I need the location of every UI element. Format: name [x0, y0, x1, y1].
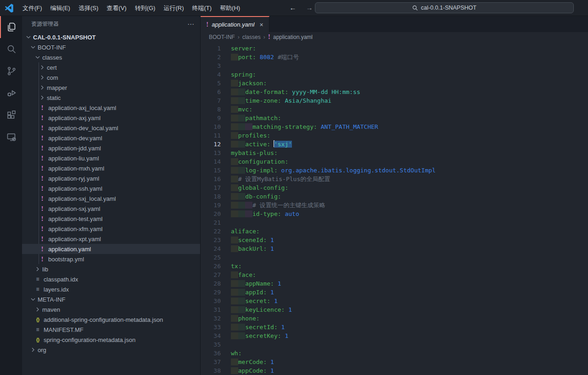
code-line[interactable]: 23 sceneId: 1 [201, 236, 588, 244]
tree-folder-mapper[interactable]: mapper [22, 83, 200, 93]
code-line[interactable]: 13mybatis-plus: [201, 149, 588, 157]
code-line[interactable]: 38 appCode: 1 [201, 366, 588, 375]
tree-folder-cert[interactable]: cert [22, 62, 200, 72]
tree-folder-lib[interactable]: lib [22, 264, 200, 274]
code-line[interactable]: 14 configuration: [201, 157, 588, 166]
tree-file-application.yaml[interactable]: !application.yaml [22, 244, 200, 254]
nav-forward-button[interactable]: → [304, 0, 315, 15]
menu-item[interactable]: 帮助(H) [216, 0, 244, 16]
chevron-down-icon[interactable] [34, 54, 41, 61]
nav-back-button[interactable]: ← [287, 0, 298, 15]
chevron-down-icon[interactable] [25, 33, 32, 41]
ellipsis-icon[interactable]: ⋯ [187, 20, 195, 28]
code-editor[interactable]: 1server:2 port: 8082 #端口号34spring:5 jack… [201, 42, 588, 375]
code-line[interactable]: 17 global-config: [201, 183, 588, 192]
tree-file-application-ssh.yaml[interactable]: !application-ssh.yaml [22, 183, 200, 193]
tree-file-bootstrap.yml[interactable]: !bootstrap.yml [22, 254, 200, 264]
code-line[interactable]: 28 appName: 1 [201, 279, 588, 288]
close-icon[interactable]: × [260, 21, 263, 28]
code-line[interactable]: 27 face: [201, 270, 588, 279]
tree-folder-classes[interactable]: classes [22, 52, 200, 62]
explorer-icon[interactable] [0, 16, 22, 38]
chevron-right-icon[interactable] [29, 346, 37, 353]
code-line[interactable]: 16 # 设置MyBatis-Plus的全局配置 [201, 175, 588, 183]
code-line[interactable]: 22aliface: [201, 227, 588, 236]
code-line[interactable]: 8 mvc: [201, 105, 588, 114]
menu-item[interactable]: 选择(S) [74, 0, 102, 16]
menu-item[interactable]: 查看(V) [102, 0, 130, 16]
code-line[interactable]: 34 secretKey: 1 [201, 331, 588, 340]
chevron-down-icon[interactable] [29, 44, 37, 51]
tree-folder-static[interactable]: static [22, 93, 200, 103]
chevron-right-icon[interactable] [34, 265, 41, 273]
code-line[interactable]: 9 pathmatch: [201, 114, 588, 122]
breadcrumb-item[interactable]: BOOT-INF [209, 34, 235, 40]
chevron-right-icon[interactable] [39, 94, 46, 101]
tree-folder-maven[interactable]: maven [22, 304, 200, 314]
code-line[interactable]: 25 [201, 253, 588, 262]
tree-file-application-mxh.yaml[interactable]: !application-mxh.yaml [22, 163, 200, 173]
code-line[interactable]: 10 matching-strategy: ANT_PATH_MATCHER [201, 122, 588, 131]
code-line[interactable]: 30 secret: 1 [201, 297, 588, 305]
remote-explorer-icon[interactable] [0, 126, 22, 148]
code-line[interactable]: 12 active: 'sxj' [201, 140, 588, 149]
code-line[interactable]: 11 profiles: [201, 131, 588, 140]
code-line[interactable]: 31 keyLicence: 1 [201, 305, 588, 314]
search-icon[interactable] [0, 38, 22, 60]
tree-folder-meta-inf[interactable]: META-INF [22, 294, 200, 304]
code-line[interactable]: 15 log-impl: org.apache.ibatis.logging.s… [201, 166, 588, 175]
tree-file-application-sxj_local.yaml[interactable]: !application-sxj_local.yaml [22, 193, 200, 204]
extensions-icon[interactable] [0, 104, 22, 126]
tree-folder-cal-0.0.1-snapshot[interactable]: CAL-0.0.1-SNAPSHOT [22, 32, 200, 42]
code-line[interactable]: 24 backUrl: 1 [201, 244, 588, 253]
tree-folder-boot-inf[interactable]: BOOT-INF [22, 42, 200, 52]
code-line[interactable]: 7 time-zone: Asia/Shanghai [201, 96, 588, 105]
chevron-right-icon[interactable] [39, 84, 46, 91]
code-line[interactable]: 29 appId: 1 [201, 288, 588, 297]
code-line[interactable]: 21 [201, 218, 588, 227]
breadcrumb-item[interactable]: application.yaml [273, 34, 313, 40]
source-control-icon[interactable] [0, 60, 22, 82]
chevron-right-icon[interactable] [39, 74, 46, 81]
command-center-search[interactable]: cal-0.0.1-SNAPSHOT [315, 2, 574, 13]
tree-file-application-ryj.yaml[interactable]: !application-ryj.yaml [22, 173, 200, 183]
code-line[interactable]: 20 id-type: auto [201, 210, 588, 218]
code-line[interactable]: 4spring: [201, 70, 588, 79]
code-line[interactable]: 1server: [201, 44, 588, 53]
tree-folder-org[interactable]: org [22, 345, 200, 355]
code-line[interactable]: 36wh: [201, 349, 588, 358]
tree-file-classpath.idx[interactable]: ≡classpath.idx [22, 274, 200, 284]
tree-file-additional-spring-configuration-metadata.json[interactable]: {}additional-spring-configuration-metada… [22, 314, 200, 325]
tree-file-application-liu.yaml[interactable]: !application-liu.yaml [22, 153, 200, 163]
tree-file-application-xfm.yaml[interactable]: !application-xfm.yaml [22, 224, 200, 234]
code-line[interactable]: 33 secretId: 1 [201, 323, 588, 331]
tree-file-manifest.mf[interactable]: ≡MANIFEST.MF [22, 325, 200, 335]
code-line[interactable]: 35 [201, 340, 588, 349]
tree-file-application-axj_local.yaml[interactable]: !application-axj_local.yaml [22, 103, 200, 113]
tree-folder-com[interactable]: com [22, 72, 200, 83]
code-line[interactable]: 3 [201, 61, 588, 70]
tree-file-spring-configuration-metadata.json[interactable]: {}spring-configuration-metadata.json [22, 335, 200, 345]
menu-item[interactable]: 转到(G) [131, 0, 160, 16]
tree-file-application-dev.yaml[interactable]: !application-dev.yaml [22, 133, 200, 143]
tree-file-application-sxj.yaml[interactable]: !application-sxj.yaml [22, 204, 200, 214]
chevron-down-icon[interactable] [29, 296, 37, 303]
run-and-debug-icon[interactable] [0, 82, 22, 104]
chevron-right-icon[interactable] [39, 64, 46, 71]
breadcrumb-item[interactable]: classes [242, 34, 261, 40]
code-line[interactable]: 32 phone: [201, 314, 588, 323]
menu-item[interactable]: 文件(F) [18, 0, 46, 16]
code-line[interactable]: 5 jackson: [201, 79, 588, 88]
tab-application-yaml[interactable]: ! application.yaml × [201, 16, 269, 32]
code-line[interactable]: 26tx: [201, 262, 588, 270]
tree-file-application-dev_local.yaml[interactable]: !application-dev_local.yaml [22, 123, 200, 133]
tree-file-application-test.yaml[interactable]: !application-test.yaml [22, 214, 200, 224]
menu-item[interactable]: 终端(T) [188, 0, 216, 16]
tree-file-application-xpt.yaml[interactable]: !application-xpt.yaml [22, 234, 200, 244]
tree-file-application-jdd.yaml[interactable]: !application-jdd.yaml [22, 143, 200, 153]
chevron-right-icon[interactable] [34, 306, 41, 313]
tree-file-application-axj.yaml[interactable]: !application-axj.yaml [22, 113, 200, 123]
tree-file-layers.idx[interactable]: ≡layers.idx [22, 284, 200, 294]
code-line[interactable]: 18 db-config: [201, 192, 588, 201]
code-line[interactable]: 19 # 设置统一的主键生成策略 [201, 201, 588, 210]
